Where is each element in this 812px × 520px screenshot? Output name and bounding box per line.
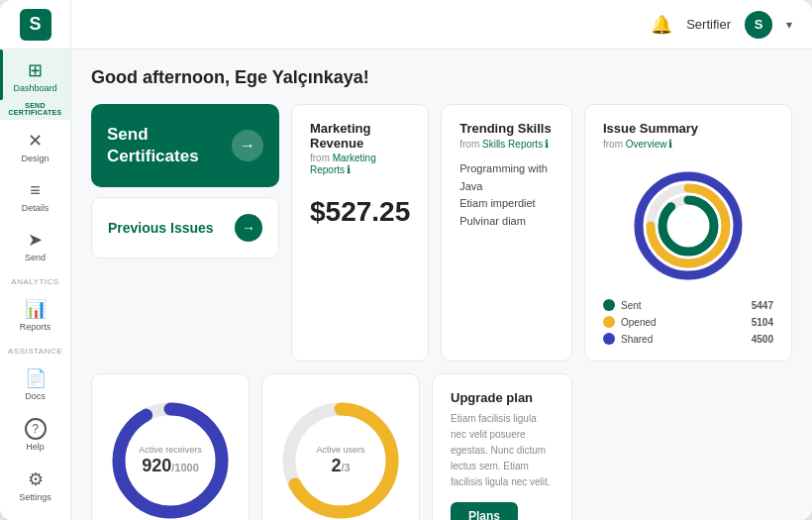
svg-point-5 — [662, 200, 714, 252]
issue-summary-title: Issue Summary — [603, 121, 773, 136]
trending-skills-card: Trending Skills from Skills Reportsℹ Pro… — [441, 104, 572, 362]
sidebar-item-help[interactable]: ? Help — [0, 408, 70, 459]
greeting-text: Good afternoon, Ege Yalçınkaya! — [91, 67, 792, 88]
reports-icon: 📊 — [25, 298, 47, 320]
opened-dot — [603, 316, 615, 328]
dashboard-icon: ⊞ — [28, 59, 43, 81]
issue-info-icon: ℹ — [668, 138, 672, 150]
revenue-value: $527.25 — [310, 196, 410, 228]
shared-label: Shared — [621, 334, 653, 345]
active-users-card: Active users 2/3 — [261, 373, 420, 520]
sidebar-logo: S — [0, 0, 71, 50]
opened-label: Opened — [621, 317, 657, 328]
docs-icon: 📄 — [25, 367, 47, 389]
sidebar-nav: ⊞ Dashboard SEND CERTIFICATES ✕ Design ≡… — [0, 50, 70, 508]
details-icon: ≡ — [30, 180, 41, 201]
sent-dot — [603, 299, 615, 311]
issue-donut-area — [603, 166, 773, 285]
sidebar-item-settings[interactable]: ⚙ Settings — [0, 459, 70, 509]
revenue-info-icon: ℹ — [347, 163, 351, 175]
send-certificates-title: Send Certificates — [107, 124, 232, 167]
active-users-donut — [276, 396, 405, 521]
legend-opened: Opened 5104 — [603, 316, 773, 328]
revenue-card-from: from Marketing Reportsℹ — [310, 153, 410, 176]
plans-button[interactable]: Plans — [451, 502, 518, 520]
skill-item-1: Programming with Java — [459, 160, 554, 195]
shared-value: 4500 — [752, 334, 773, 345]
chevron-down-icon[interactable]: ▾ — [786, 18, 792, 32]
user-name-label: Sertifier — [686, 17, 731, 32]
skill-item-2: Etiam imperdiet — [459, 195, 554, 213]
sidebar-label-design: Design — [21, 154, 49, 164]
spacer — [584, 373, 792, 520]
trending-skills-from: from Skills Reportsℹ — [459, 138, 554, 151]
assistance-section-label: ASSISTANCE — [0, 347, 70, 356]
active-receivers-donut-wrapper: Active receivers 920/1000 — [106, 396, 235, 521]
previous-issues-title: Previous Issues — [108, 220, 214, 236]
sidebar-label-dashboard: Dashboard — [13, 83, 56, 94]
issue-legend: Sent 5447 Opened 5104 Shared 4500 — [603, 299, 773, 345]
active-users-donut-wrapper: Active users 2/3 — [276, 396, 405, 521]
sidebar-item-design[interactable]: ✕ Design — [0, 120, 70, 170]
cards-row-1: Send Certificates → Previous Issues → Ma… — [91, 104, 792, 362]
analytics-section-label: ANALYTICS — [0, 277, 70, 286]
send-certificates-arrow-icon: → — [232, 130, 263, 161]
skills-list: Programming with Java Etiam imperdiet Pu… — [459, 160, 554, 230]
active-receivers-donut — [106, 396, 235, 521]
previous-issues-arrow-icon: → — [235, 214, 262, 242]
issue-summary-card: Issue Summary from Overviewℹ — [584, 104, 792, 362]
sidebar-label-help: Help — [26, 442, 45, 453]
sidebar-label-settings: Settings — [19, 492, 51, 503]
legend-sent: Sent 5447 — [603, 299, 773, 311]
sidebar-label-details: Details — [22, 203, 50, 214]
skill-item-3: Pulvinar diam — [459, 213, 554, 231]
send-icon: ➤ — [28, 229, 43, 251]
active-receivers-card: Active receivers 920/1000 — [91, 373, 250, 520]
issue-summary-from: from Overviewℹ — [603, 138, 773, 151]
sidebar-item-details[interactable]: ≡ Details — [0, 170, 70, 220]
sidebar-item-dashboard[interactable]: ⊞ Dashboard — [0, 50, 70, 100]
sent-label: Sent — [621, 300, 642, 311]
svg-point-7 — [119, 409, 222, 512]
shared-dot — [603, 333, 615, 345]
sidebar: S ⊞ Dashboard SEND CERTIFICATES ✕ Design… — [0, 0, 71, 520]
issue-summary-donut — [629, 166, 748, 285]
legend-shared: Shared 4500 — [603, 333, 773, 345]
trending-skills-title: Trending Skills — [459, 121, 554, 136]
avatar: S — [745, 11, 772, 39]
main-content: 🔔 Sertifier S ▾ Good afternoon, Ege Yalç… — [71, 0, 812, 520]
marketing-revenue-card: Marketing Revenue from Marketing Reports… — [291, 104, 429, 362]
dashboard-body: Good afternoon, Ege Yalçınkaya! Send Cer… — [71, 50, 812, 520]
sidebar-label-reports: Reports — [20, 322, 51, 333]
sidebar-item-docs[interactable]: 📄 Docs — [0, 358, 70, 408]
upgrade-plan-card: Upgrade plan Etiam facilisis ligula nec … — [432, 373, 572, 520]
trending-skills-from-link[interactable]: Skills Reports — [482, 139, 543, 150]
trending-info-icon: ℹ — [545, 138, 549, 150]
design-icon: ✕ — [28, 130, 43, 152]
upgrade-plan-title: Upgrade plan — [451, 390, 554, 405]
left-column: Send Certificates → Previous Issues → — [91, 104, 279, 362]
issue-summary-from-link[interactable]: Overview — [626, 139, 667, 150]
sidebar-label-send: Send — [25, 253, 46, 263]
send-certificates-section-label: SEND CERTIFICATES — [0, 100, 70, 120]
revenue-card-title: Marketing Revenue — [310, 121, 410, 151]
settings-icon: ⚙ — [28, 468, 44, 490]
sidebar-label-docs: Docs — [25, 391, 46, 402]
app-logo-icon: S — [20, 9, 51, 41]
send-certificates-card[interactable]: Send Certificates → — [91, 104, 279, 187]
notification-bell-icon[interactable]: 🔔 — [651, 14, 672, 36]
opened-value: 5104 — [752, 317, 773, 328]
top-bar: 🔔 Sertifier S ▾ — [71, 0, 812, 50]
sidebar-item-send[interactable]: ➤ Send — [0, 219, 70, 269]
sidebar-item-reports[interactable]: 📊 Reports — [0, 288, 70, 339]
cards-row-2: Active receivers 920/1000 Active users — [91, 373, 792, 520]
sent-value: 5447 — [752, 300, 773, 311]
help-icon: ? — [25, 418, 47, 440]
upgrade-plan-desc: Etiam facilisis ligula nec velit posuere… — [451, 411, 554, 490]
previous-issues-card[interactable]: Previous Issues → — [91, 197, 279, 259]
